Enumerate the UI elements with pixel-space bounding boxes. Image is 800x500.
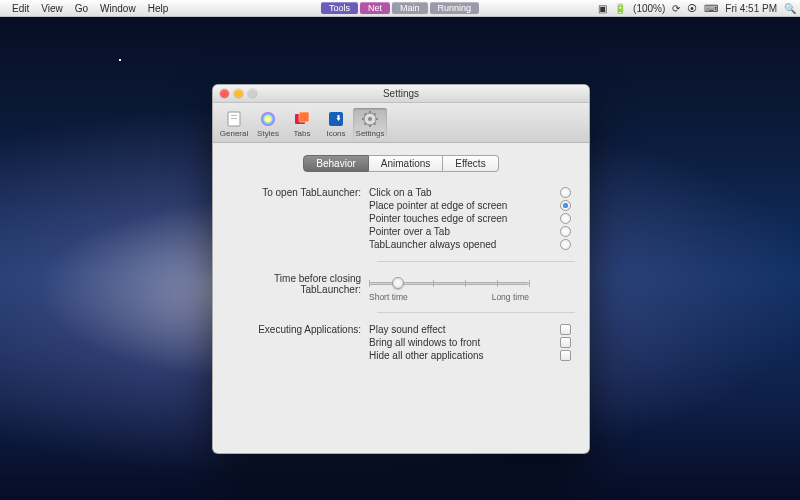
svg-point-8	[368, 117, 372, 121]
toolbar-label: Tabs	[294, 129, 311, 138]
pill-main[interactable]: Main	[392, 2, 428, 14]
close-section: Time before closing TabLauncher: Short t…	[227, 272, 575, 302]
menubar: Edit View Go Window Help Tools Net Main …	[0, 0, 800, 17]
toolbar-label: General	[220, 129, 248, 138]
checkbox-sound[interactable]	[560, 324, 571, 335]
exec-opt-2: Hide all other applications	[369, 350, 484, 361]
close-label: Time before closing TabLauncher:	[227, 272, 369, 295]
open-label: To open TabLauncher:	[227, 186, 369, 198]
exec-label: Executing Applications:	[227, 323, 369, 335]
wifi-icon[interactable]: ⦿	[687, 3, 697, 14]
settings-body: Behavior Animations Effects To open TabL…	[213, 143, 589, 379]
radio-open-1[interactable]	[560, 200, 571, 211]
open-opt-2: Pointer touches edge of screen	[369, 213, 507, 224]
menu-window[interactable]: Window	[94, 3, 142, 14]
keyboard-icon[interactable]: ⌨	[704, 3, 718, 14]
spotlight-icon[interactable]: 🔍	[784, 3, 796, 14]
window-title: Settings	[213, 88, 589, 99]
toolbar-label: Settings	[356, 129, 385, 138]
open-opt-0: Click on a Tab	[369, 187, 432, 198]
svg-rect-5	[299, 112, 309, 122]
svg-rect-2	[231, 118, 237, 119]
svg-point-3	[261, 112, 275, 126]
open-section: To open TabLauncher: Click on a Tab Plac…	[227, 186, 575, 251]
close-delay-slider[interactable]	[369, 276, 529, 290]
sync-icon[interactable]: ⟳	[672, 3, 680, 14]
clock-label[interactable]: Fri 4:51 PM	[725, 3, 777, 14]
exec-opt-0: Play sound effect	[369, 324, 446, 335]
menu-help[interactable]: Help	[142, 3, 175, 14]
icons-icon	[326, 109, 346, 129]
tab-effects[interactable]: Effects	[443, 155, 498, 172]
svg-rect-1	[231, 115, 237, 116]
toolbar-tabs[interactable]: Tabs	[285, 108, 319, 139]
exec-opt-1: Bring all windows to front	[369, 337, 480, 348]
titlebar[interactable]: Settings	[213, 85, 589, 103]
menu-view[interactable]: View	[35, 3, 69, 14]
toolbar-styles[interactable]: Styles	[251, 108, 285, 139]
gear-icon	[360, 109, 380, 129]
checkbox-bring-front[interactable]	[560, 337, 571, 348]
svg-line-16	[374, 114, 376, 116]
pill-tools[interactable]: Tools	[321, 2, 358, 14]
menu-edit[interactable]: Edit	[6, 3, 35, 14]
tab-behavior[interactable]: Behavior	[303, 155, 368, 172]
toolbar-general[interactable]: General	[217, 108, 251, 139]
toolbar-label: Icons	[326, 129, 345, 138]
battery-label: (100%)	[633, 3, 665, 14]
radio-open-2[interactable]	[560, 213, 571, 224]
svg-line-13	[365, 114, 367, 116]
toolbar: General Styles Tabs Icons Settings	[213, 103, 589, 143]
separator	[377, 312, 575, 313]
pill-running[interactable]: Running	[430, 2, 480, 14]
dropbox-icon[interactable]: ▣	[598, 3, 607, 14]
exec-section: Executing Applications: Play sound effec…	[227, 323, 575, 362]
svg-rect-6	[329, 112, 343, 126]
open-opt-4: TabLauncher always opened	[369, 239, 496, 250]
svg-line-14	[374, 123, 376, 125]
separator	[377, 261, 575, 262]
radio-open-4[interactable]	[560, 239, 571, 250]
checkbox-hide-others[interactable]	[560, 350, 571, 361]
tab-animations[interactable]: Animations	[369, 155, 443, 172]
open-opt-1: Place pointer at edge of screen	[369, 200, 507, 211]
styles-icon	[258, 109, 278, 129]
slider-label-short: Short time	[369, 292, 408, 302]
toolbar-settings[interactable]: Settings	[353, 108, 387, 139]
general-icon	[224, 109, 244, 129]
settings-window: Settings General Styles Tabs Icons Setti…	[212, 84, 590, 454]
toolbar-label: Styles	[257, 129, 279, 138]
menu-go[interactable]: Go	[69, 3, 94, 14]
menubar-center-tabs: Tools Net Main Running	[321, 2, 479, 14]
tabs-icon	[292, 109, 312, 129]
slider-label-long: Long time	[492, 292, 529, 302]
menubar-right: ▣ 🔋 (100%) ⟳ ⦿ ⌨ Fri 4:51 PM 🔍	[598, 3, 796, 14]
radio-open-3[interactable]	[560, 226, 571, 237]
tab-switcher: Behavior Animations Effects	[227, 155, 575, 172]
slider-knob[interactable]	[392, 277, 404, 289]
battery-icon[interactable]: 🔋	[614, 3, 626, 14]
radio-open-0[interactable]	[560, 187, 571, 198]
svg-line-15	[365, 123, 367, 125]
pill-net[interactable]: Net	[360, 2, 390, 14]
open-opt-3: Pointer over a Tab	[369, 226, 450, 237]
toolbar-icons[interactable]: Icons	[319, 108, 353, 139]
